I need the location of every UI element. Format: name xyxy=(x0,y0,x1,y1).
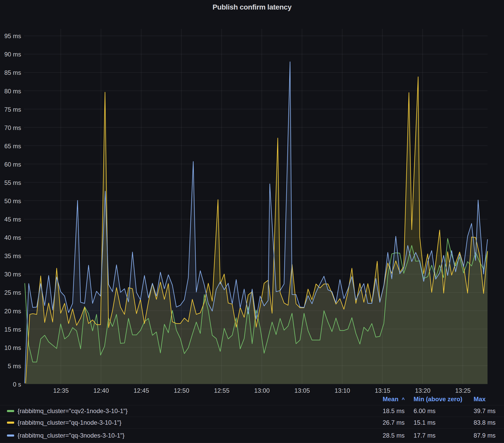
svg-text:12:45: 12:45 xyxy=(133,387,149,394)
svg-text:35 ms: 35 ms xyxy=(4,252,21,259)
svg-text:Publish confirm latency: Publish confirm latency xyxy=(213,3,292,11)
svg-text:13:25: 13:25 xyxy=(455,387,471,394)
svg-text:65 ms: 65 ms xyxy=(4,143,21,150)
svg-text:80 ms: 80 ms xyxy=(4,88,21,95)
svg-text:15 ms: 15 ms xyxy=(4,326,21,333)
svg-text:12:55: 12:55 xyxy=(214,387,229,394)
svg-text:95 ms: 95 ms xyxy=(4,32,21,39)
svg-text:13:10: 13:10 xyxy=(334,387,350,394)
svg-text:25 ms: 25 ms xyxy=(4,289,21,296)
svg-text:13:05: 13:05 xyxy=(294,387,310,394)
svg-text:12:40: 12:40 xyxy=(93,387,109,394)
svg-text:30 ms: 30 ms xyxy=(4,271,21,278)
svg-text:85 ms: 85 ms xyxy=(4,69,21,76)
svg-text:40 ms: 40 ms xyxy=(4,234,21,241)
svg-text:13:15: 13:15 xyxy=(375,387,390,394)
svg-text:20 ms: 20 ms xyxy=(4,308,21,315)
svg-text:45 ms: 45 ms xyxy=(4,216,21,223)
svg-text:90 ms: 90 ms xyxy=(4,51,21,58)
svg-text:12:35: 12:35 xyxy=(53,387,69,394)
svg-text:70 ms: 70 ms xyxy=(4,124,21,131)
svg-text:10 ms: 10 ms xyxy=(4,344,21,351)
svg-text:12:50: 12:50 xyxy=(174,387,189,394)
svg-text:75 ms: 75 ms xyxy=(4,106,21,113)
svg-text:0 s: 0 s xyxy=(13,381,21,388)
svg-text:55 ms: 55 ms xyxy=(4,179,21,186)
svg-text:50 ms: 50 ms xyxy=(4,198,21,204)
svg-text:13:20: 13:20 xyxy=(415,387,430,394)
svg-text:60 ms: 60 ms xyxy=(4,161,21,168)
svg-text:5 ms: 5 ms xyxy=(8,363,21,370)
svg-text:13:00: 13:00 xyxy=(254,387,270,394)
